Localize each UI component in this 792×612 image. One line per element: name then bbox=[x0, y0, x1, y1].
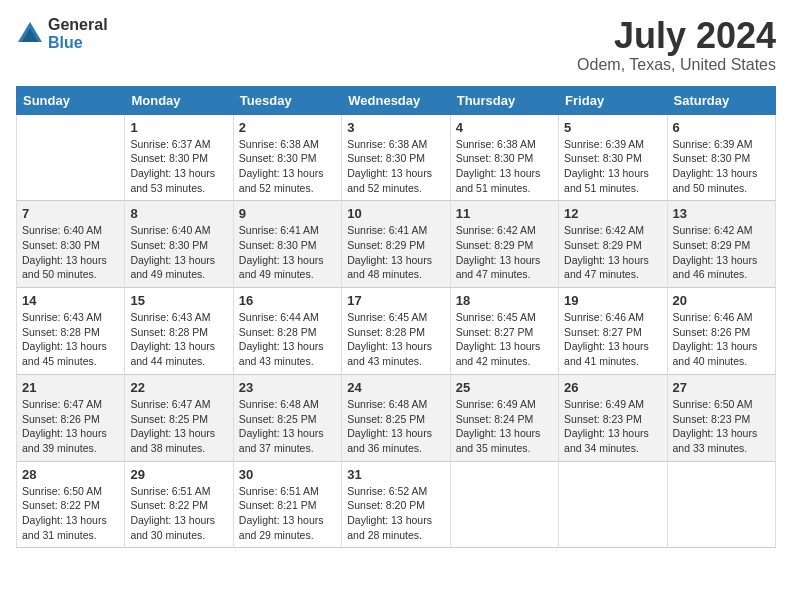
cell-w1-d5: 12Sunrise: 6:42 AMSunset: 8:29 PMDayligh… bbox=[559, 201, 667, 288]
day-number: 18 bbox=[456, 293, 553, 308]
day-info: Sunrise: 6:48 AMSunset: 8:25 PMDaylight:… bbox=[347, 397, 444, 456]
cell-w3-d5: 26Sunrise: 6:49 AMSunset: 8:23 PMDayligh… bbox=[559, 374, 667, 461]
cell-w2-d6: 20Sunrise: 6:46 AMSunset: 8:26 PMDayligh… bbox=[667, 288, 775, 375]
cell-w1-d2: 9Sunrise: 6:41 AMSunset: 8:30 PMDaylight… bbox=[233, 201, 341, 288]
cell-w2-d5: 19Sunrise: 6:46 AMSunset: 8:27 PMDayligh… bbox=[559, 288, 667, 375]
header-row: Sunday Monday Tuesday Wednesday Thursday… bbox=[17, 86, 776, 114]
header-thursday: Thursday bbox=[450, 86, 558, 114]
day-number: 13 bbox=[673, 206, 770, 221]
day-number: 9 bbox=[239, 206, 336, 221]
cell-w0-d6: 6Sunrise: 6:39 AMSunset: 8:30 PMDaylight… bbox=[667, 114, 775, 201]
header-saturday: Saturday bbox=[667, 86, 775, 114]
cell-w1-d6: 13Sunrise: 6:42 AMSunset: 8:29 PMDayligh… bbox=[667, 201, 775, 288]
logo-icon bbox=[16, 20, 44, 48]
day-number: 7 bbox=[22, 206, 119, 221]
day-number: 31 bbox=[347, 467, 444, 482]
cell-w0-d1: 1Sunrise: 6:37 AMSunset: 8:30 PMDaylight… bbox=[125, 114, 233, 201]
day-number: 26 bbox=[564, 380, 661, 395]
cell-w2-d3: 17Sunrise: 6:45 AMSunset: 8:28 PMDayligh… bbox=[342, 288, 450, 375]
logo: General Blue bbox=[16, 16, 108, 51]
day-info: Sunrise: 6:44 AMSunset: 8:28 PMDaylight:… bbox=[239, 310, 336, 369]
day-info: Sunrise: 6:51 AMSunset: 8:22 PMDaylight:… bbox=[130, 484, 227, 543]
cell-w3-d3: 24Sunrise: 6:48 AMSunset: 8:25 PMDayligh… bbox=[342, 374, 450, 461]
calendar-table: Sunday Monday Tuesday Wednesday Thursday… bbox=[16, 86, 776, 549]
cell-w0-d5: 5Sunrise: 6:39 AMSunset: 8:30 PMDaylight… bbox=[559, 114, 667, 201]
title-area: July 2024 Odem, Texas, United States bbox=[577, 16, 776, 74]
day-number: 14 bbox=[22, 293, 119, 308]
cell-w3-d1: 22Sunrise: 6:47 AMSunset: 8:25 PMDayligh… bbox=[125, 374, 233, 461]
cell-w4-d2: 30Sunrise: 6:51 AMSunset: 8:21 PMDayligh… bbox=[233, 461, 341, 548]
day-number: 22 bbox=[130, 380, 227, 395]
day-number: 3 bbox=[347, 120, 444, 135]
cell-w3-d0: 21Sunrise: 6:47 AMSunset: 8:26 PMDayligh… bbox=[17, 374, 125, 461]
header-wednesday: Wednesday bbox=[342, 86, 450, 114]
day-number: 25 bbox=[456, 380, 553, 395]
main-title: July 2024 bbox=[577, 16, 776, 56]
day-info: Sunrise: 6:50 AMSunset: 8:23 PMDaylight:… bbox=[673, 397, 770, 456]
cell-w1-d1: 8Sunrise: 6:40 AMSunset: 8:30 PMDaylight… bbox=[125, 201, 233, 288]
cell-w2-d4: 18Sunrise: 6:45 AMSunset: 8:27 PMDayligh… bbox=[450, 288, 558, 375]
header-monday: Monday bbox=[125, 86, 233, 114]
day-number: 1 bbox=[130, 120, 227, 135]
cell-w0-d3: 3Sunrise: 6:38 AMSunset: 8:30 PMDaylight… bbox=[342, 114, 450, 201]
day-number: 24 bbox=[347, 380, 444, 395]
week-row-4: 28Sunrise: 6:50 AMSunset: 8:22 PMDayligh… bbox=[17, 461, 776, 548]
day-info: Sunrise: 6:42 AMSunset: 8:29 PMDaylight:… bbox=[564, 223, 661, 282]
day-info: Sunrise: 6:51 AMSunset: 8:21 PMDaylight:… bbox=[239, 484, 336, 543]
day-info: Sunrise: 6:42 AMSunset: 8:29 PMDaylight:… bbox=[456, 223, 553, 282]
day-info: Sunrise: 6:40 AMSunset: 8:30 PMDaylight:… bbox=[22, 223, 119, 282]
cell-w4-d6 bbox=[667, 461, 775, 548]
day-info: Sunrise: 6:41 AMSunset: 8:30 PMDaylight:… bbox=[239, 223, 336, 282]
day-number: 16 bbox=[239, 293, 336, 308]
cell-w2-d2: 16Sunrise: 6:44 AMSunset: 8:28 PMDayligh… bbox=[233, 288, 341, 375]
cell-w4-d5 bbox=[559, 461, 667, 548]
day-info: Sunrise: 6:45 AMSunset: 8:28 PMDaylight:… bbox=[347, 310, 444, 369]
day-info: Sunrise: 6:49 AMSunset: 8:24 PMDaylight:… bbox=[456, 397, 553, 456]
header: General Blue July 2024 Odem, Texas, Unit… bbox=[16, 16, 776, 74]
day-info: Sunrise: 6:46 AMSunset: 8:27 PMDaylight:… bbox=[564, 310, 661, 369]
week-row-0: 1Sunrise: 6:37 AMSunset: 8:30 PMDaylight… bbox=[17, 114, 776, 201]
cell-w3-d2: 23Sunrise: 6:48 AMSunset: 8:25 PMDayligh… bbox=[233, 374, 341, 461]
day-number: 4 bbox=[456, 120, 553, 135]
cell-w3-d4: 25Sunrise: 6:49 AMSunset: 8:24 PMDayligh… bbox=[450, 374, 558, 461]
cell-w4-d4 bbox=[450, 461, 558, 548]
day-info: Sunrise: 6:46 AMSunset: 8:26 PMDaylight:… bbox=[673, 310, 770, 369]
day-number: 10 bbox=[347, 206, 444, 221]
cell-w4-d1: 29Sunrise: 6:51 AMSunset: 8:22 PMDayligh… bbox=[125, 461, 233, 548]
day-number: 5 bbox=[564, 120, 661, 135]
day-number: 21 bbox=[22, 380, 119, 395]
day-info: Sunrise: 6:39 AMSunset: 8:30 PMDaylight:… bbox=[673, 137, 770, 196]
cell-w2-d0: 14Sunrise: 6:43 AMSunset: 8:28 PMDayligh… bbox=[17, 288, 125, 375]
day-info: Sunrise: 6:48 AMSunset: 8:25 PMDaylight:… bbox=[239, 397, 336, 456]
cell-w1-d4: 11Sunrise: 6:42 AMSunset: 8:29 PMDayligh… bbox=[450, 201, 558, 288]
day-info: Sunrise: 6:50 AMSunset: 8:22 PMDaylight:… bbox=[22, 484, 119, 543]
header-tuesday: Tuesday bbox=[233, 86, 341, 114]
day-info: Sunrise: 6:37 AMSunset: 8:30 PMDaylight:… bbox=[130, 137, 227, 196]
day-number: 12 bbox=[564, 206, 661, 221]
day-info: Sunrise: 6:38 AMSunset: 8:30 PMDaylight:… bbox=[239, 137, 336, 196]
cell-w0-d4: 4Sunrise: 6:38 AMSunset: 8:30 PMDaylight… bbox=[450, 114, 558, 201]
logo-general: General bbox=[48, 16, 108, 34]
day-info: Sunrise: 6:49 AMSunset: 8:23 PMDaylight:… bbox=[564, 397, 661, 456]
day-number: 2 bbox=[239, 120, 336, 135]
subtitle: Odem, Texas, United States bbox=[577, 56, 776, 74]
day-info: Sunrise: 6:45 AMSunset: 8:27 PMDaylight:… bbox=[456, 310, 553, 369]
day-info: Sunrise: 6:38 AMSunset: 8:30 PMDaylight:… bbox=[456, 137, 553, 196]
day-info: Sunrise: 6:39 AMSunset: 8:30 PMDaylight:… bbox=[564, 137, 661, 196]
cell-w1-d3: 10Sunrise: 6:41 AMSunset: 8:29 PMDayligh… bbox=[342, 201, 450, 288]
day-number: 29 bbox=[130, 467, 227, 482]
day-info: Sunrise: 6:43 AMSunset: 8:28 PMDaylight:… bbox=[22, 310, 119, 369]
week-row-2: 14Sunrise: 6:43 AMSunset: 8:28 PMDayligh… bbox=[17, 288, 776, 375]
day-number: 6 bbox=[673, 120, 770, 135]
day-info: Sunrise: 6:52 AMSunset: 8:20 PMDaylight:… bbox=[347, 484, 444, 543]
cell-w0-d2: 2Sunrise: 6:38 AMSunset: 8:30 PMDaylight… bbox=[233, 114, 341, 201]
cell-w4-d0: 28Sunrise: 6:50 AMSunset: 8:22 PMDayligh… bbox=[17, 461, 125, 548]
header-sunday: Sunday bbox=[17, 86, 125, 114]
day-number: 30 bbox=[239, 467, 336, 482]
day-number: 8 bbox=[130, 206, 227, 221]
day-info: Sunrise: 6:43 AMSunset: 8:28 PMDaylight:… bbox=[130, 310, 227, 369]
logo-text: General Blue bbox=[48, 16, 108, 51]
cell-w0-d0 bbox=[17, 114, 125, 201]
day-number: 23 bbox=[239, 380, 336, 395]
logo-blue: Blue bbox=[48, 34, 108, 52]
